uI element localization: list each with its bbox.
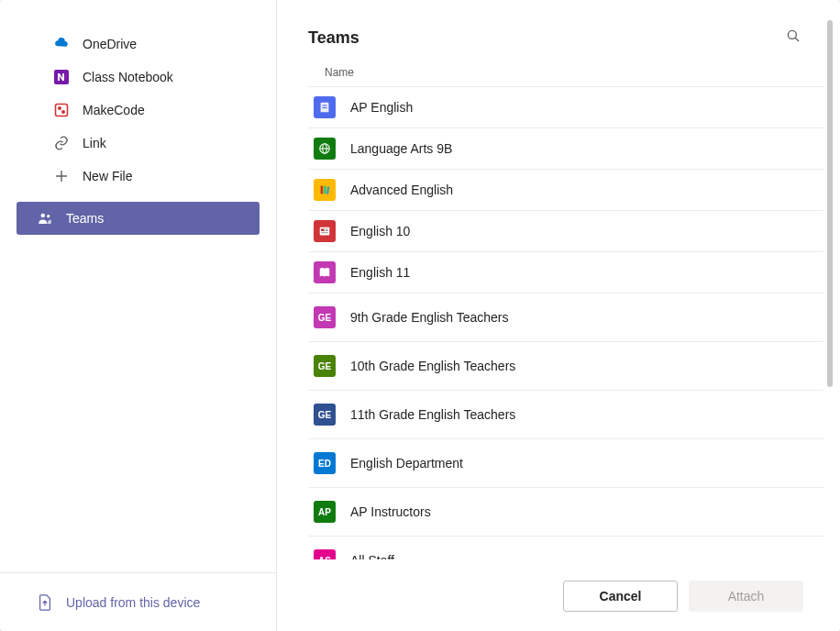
team-name: Language Arts 9B: [350, 141, 452, 156]
team-name: AP English: [350, 100, 413, 115]
sidebar-item-label: Class Notebook: [83, 70, 173, 84]
svg-rect-23: [321, 232, 328, 233]
upload-from-device-button[interactable]: Upload from this device: [0, 572, 276, 631]
svg-rect-20: [321, 228, 325, 231]
team-name: English 11: [350, 265, 410, 280]
team-row[interactable]: GE11th Grade English Teachers: [308, 391, 823, 439]
team-row[interactable]: GE9th Grade English Teachers: [308, 293, 823, 342]
scrollbar-thumb[interactable]: [827, 20, 833, 387]
team-icon: AP: [314, 501, 336, 523]
team-icon: ED: [314, 452, 336, 474]
team-icon: [314, 179, 336, 201]
team-row[interactable]: EDEnglish Department: [308, 439, 823, 488]
team-row[interactable]: English 11: [308, 252, 823, 293]
team-row[interactable]: APAP Instructors: [308, 488, 823, 537]
team-name: 10th Grade English Teachers: [350, 359, 515, 373]
link-icon: [53, 135, 70, 151]
svg-rect-21: [325, 228, 328, 229]
dialog-footer: Cancel Attach: [554, 559, 840, 631]
svg-rect-18: [326, 186, 329, 194]
svg-rect-11: [322, 105, 326, 105]
svg-rect-12: [322, 107, 326, 108]
team-icon: GE: [314, 306, 336, 328]
team-icon: [314, 96, 336, 118]
teams-list: AP EnglishLanguage Arts 9BAdvanced Engli…: [277, 86, 840, 559]
team-icon: [314, 261, 336, 283]
upload-label: Upload from this device: [66, 595, 200, 610]
onenote-icon: [53, 69, 70, 85]
svg-rect-1: [56, 105, 68, 116]
sidebar-item-makecode[interactable]: MakeCode: [17, 94, 260, 127]
sidebar-item-label: Link: [83, 136, 106, 150]
team-row[interactable]: GE10th Grade English Teachers: [308, 342, 823, 391]
sidebar-item-label: OneDrive: [83, 37, 137, 51]
team-name: English Department: [350, 456, 463, 470]
makecode-icon: [53, 102, 70, 118]
svg-point-6: [41, 214, 46, 218]
onedrive-icon: [53, 36, 70, 52]
sidebar-item-label: New File: [83, 169, 132, 183]
team-name: All Staff: [350, 553, 394, 559]
main-title: Teams: [308, 28, 359, 48]
team-icon: [314, 138, 336, 160]
svg-point-8: [788, 30, 796, 39]
team-row[interactable]: Language Arts 9B: [308, 128, 823, 170]
sidebar-item-new-file[interactable]: New File: [17, 160, 260, 193]
team-icon: GE: [314, 404, 336, 426]
cancel-button[interactable]: Cancel: [563, 581, 678, 612]
sidebar-item-onedrive[interactable]: OneDrive: [17, 28, 260, 61]
team-name: English 10: [350, 224, 410, 238]
svg-rect-22: [325, 230, 328, 231]
sidebar-item-teams[interactable]: Teams: [17, 202, 260, 235]
team-row[interactable]: ASAll Staff: [308, 537, 823, 559]
team-name: Advanced English: [350, 183, 453, 197]
sidebar-item-label: MakeCode: [83, 103, 145, 117]
svg-point-2: [59, 107, 61, 109]
svg-rect-17: [324, 186, 326, 194]
team-name: 9th Grade English Teachers: [350, 310, 509, 325]
sidebar-item-label: Teams: [66, 211, 104, 226]
team-row[interactable]: English 10: [308, 211, 823, 252]
main-panel: Teams Name AP EnglishLanguage Arts 9BAdv…: [277, 0, 840, 631]
team-row[interactable]: AP English: [308, 87, 823, 128]
upload-icon: [37, 594, 53, 611]
team-name: 11th Grade English Teachers: [350, 407, 515, 422]
column-header-name: Name: [277, 57, 840, 86]
svg-point-3: [62, 111, 64, 113]
file-picker-dialog: OneDriveClass NotebookMakeCodeLinkNew Fi…: [0, 0, 840, 631]
sidebar-sources: OneDriveClass NotebookMakeCodeLinkNew Fi…: [0, 28, 276, 572]
team-row[interactable]: Advanced English: [308, 170, 823, 211]
attach-button[interactable]: Attach: [689, 581, 803, 612]
svg-line-9: [795, 38, 799, 41]
plus-icon: [53, 168, 70, 184]
sidebar-item-class-notebook[interactable]: Class Notebook: [17, 61, 260, 94]
team-icon: AS: [314, 549, 336, 559]
team-icon: GE: [314, 355, 336, 377]
teams-icon: [37, 210, 53, 227]
sidebar: OneDriveClass NotebookMakeCodeLinkNew Fi…: [0, 0, 277, 631]
sidebar-item-link[interactable]: Link: [17, 127, 260, 160]
svg-point-7: [47, 215, 50, 217]
team-icon: [314, 220, 336, 242]
main-header: Teams: [277, 0, 840, 57]
search-icon[interactable]: [785, 28, 801, 48]
team-name: AP Instructors: [350, 504, 431, 519]
svg-rect-16: [321, 186, 324, 194]
